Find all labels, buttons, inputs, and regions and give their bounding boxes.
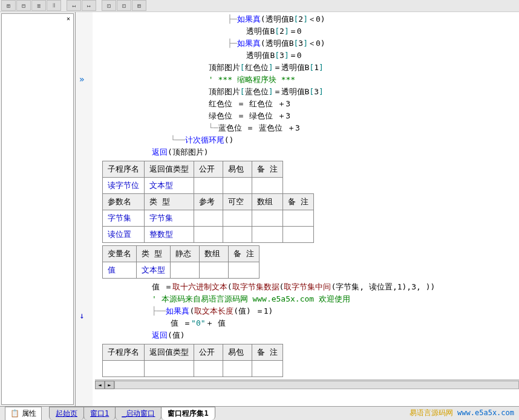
code-line[interactable]: ├──如果真 (取文本长度 (值) ＝ 1) bbox=[95, 305, 519, 317]
code-line[interactable]: ' 本源码来自易语言源码网 www.e5a5x.com 欢迎使用 bbox=[95, 293, 519, 305]
table-header: 公开 bbox=[194, 344, 223, 361]
table-header: 返回值类型 bbox=[145, 344, 194, 361]
tab-2[interactable]: _启动窗口 bbox=[115, 407, 162, 420]
code-line[interactable]: 红色位 ＝ 红色位 ＋ 3 bbox=[95, 98, 519, 110]
table-cell[interactable] bbox=[252, 210, 283, 227]
code-line[interactable]: 顶部图片 [红色位] ＝ 透明值B [1] bbox=[95, 62, 519, 74]
toolbar-btn-1[interactable]: ⊟ bbox=[16, 0, 31, 11]
table-header: 备 注 bbox=[252, 344, 283, 361]
toolbar-btn-2[interactable]: ≣ bbox=[31, 0, 46, 11]
table-cell[interactable]: 值 bbox=[103, 262, 137, 279]
bookmark-icon[interactable]: » bbox=[79, 74, 84, 84]
code-line[interactable]: 绿色位 ＝ 绿色位 ＋ 3 bbox=[95, 110, 519, 122]
table-cell[interactable] bbox=[200, 262, 229, 279]
properties-label: 属性 bbox=[22, 409, 36, 419]
tab-0[interactable]: 起始页 bbox=[49, 407, 84, 420]
code-line[interactable]: ├─如果真 (透明值B [2] ＜ 0) bbox=[95, 13, 519, 25]
toolbar-btn-3[interactable]: ⫴ bbox=[47, 0, 61, 11]
code-line[interactable]: 透明值B [3] ＝ 0 bbox=[95, 50, 519, 62]
properties-icon: 📋 bbox=[10, 409, 19, 418]
table-cell[interactable] bbox=[194, 227, 223, 243]
table-cell[interactable] bbox=[223, 227, 252, 243]
table-header: 备 注 bbox=[229, 246, 260, 262]
table-cell[interactable] bbox=[252, 361, 283, 377]
gutter: » ↓ bbox=[76, 12, 93, 406]
table-cell[interactable]: 读位置 bbox=[103, 227, 145, 243]
table-cell[interactable] bbox=[145, 361, 194, 377]
code-line[interactable]: ' *** 缩略程序块 *** bbox=[95, 74, 519, 86]
table-cell[interactable]: 文本型 bbox=[145, 178, 194, 194]
table-cell[interactable]: 字节集 bbox=[103, 210, 145, 227]
subroutine-def-table-2[interactable]: 子程序名返回值类型公开易包备 注 bbox=[102, 344, 283, 377]
table-cell[interactable] bbox=[194, 361, 223, 377]
table-cell[interactable] bbox=[282, 210, 313, 227]
table-header: 类 型 bbox=[145, 194, 194, 210]
arrow-down-icon[interactable]: ↓ bbox=[79, 311, 84, 320]
toolbar-btn-0[interactable]: ⊞ bbox=[1, 0, 16, 11]
table-header: 备 注 bbox=[282, 194, 313, 210]
code-line[interactable]: └──计次循环尾 () bbox=[95, 134, 519, 146]
footer-cn: 易语言源码网 bbox=[410, 409, 453, 417]
close-icon[interactable]: ✕ bbox=[65, 15, 72, 22]
table-cell[interactable]: 整数型 bbox=[145, 227, 194, 243]
toolbar-btn-7[interactable]: ⊡ bbox=[117, 0, 131, 11]
table-header: 易包 bbox=[223, 161, 252, 178]
variable-def-table[interactable]: 变量名类 型静态数组备 注值文本型 bbox=[102, 245, 260, 279]
table-header: 返回值类型 bbox=[145, 161, 194, 178]
table-header: 类 型 bbox=[137, 246, 171, 262]
bottom-bar: 📋 属性 起始页窗口1_启动窗口窗口程序集1 易语言源码网 www.e5a5x.… bbox=[0, 406, 519, 420]
table-cell[interactable] bbox=[282, 227, 313, 243]
toolbar-btn-8[interactable]: ⊞ bbox=[132, 0, 146, 11]
subroutine-def-table[interactable]: 子程序名返回值类型公开易包备 注读字节位文本型参数名类 型参考可空数组备 注字节… bbox=[102, 161, 314, 243]
code-line[interactable]: 值 ＝ "0" ＋ 值 bbox=[95, 317, 519, 329]
code-line[interactable]: 返回 (顶部图片) bbox=[95, 146, 519, 158]
toolbar-btn-6[interactable]: ⊡ bbox=[102, 0, 116, 11]
code-line[interactable]: 返回 (值) bbox=[95, 329, 519, 341]
code-line[interactable]: 值 ＝ 取十六进制文本 (取字节集数据 (取字节集中间 (字节集, 读位置, 1… bbox=[95, 281, 519, 293]
table-header: 参数名 bbox=[103, 194, 145, 210]
left-panel: ✕ bbox=[1, 13, 74, 405]
table-cell[interactable] bbox=[223, 210, 252, 227]
table-cell[interactable] bbox=[229, 262, 260, 279]
table-header: 数组 bbox=[252, 194, 283, 210]
code-line[interactable]: 透明值B [2] ＝ 0 bbox=[95, 25, 519, 37]
table-cell[interactable] bbox=[171, 262, 200, 279]
horizontal-scrollbar[interactable]: ◄ ► bbox=[95, 380, 519, 389]
table-cell[interactable] bbox=[103, 361, 145, 377]
table-header: 公开 bbox=[194, 161, 223, 178]
table-cell[interactable] bbox=[223, 178, 252, 194]
table-header: 子程序名 bbox=[103, 344, 145, 361]
table-header: 备 注 bbox=[252, 161, 283, 178]
table-cell[interactable]: 文本型 bbox=[137, 262, 171, 279]
table-header: 数组 bbox=[200, 246, 229, 262]
toolbar-btn-5[interactable]: ↦ bbox=[82, 0, 96, 11]
table-cell[interactable] bbox=[252, 227, 283, 243]
scroll-right-icon[interactable]: ► bbox=[105, 381, 114, 389]
table-cell[interactable] bbox=[223, 361, 252, 377]
table-cell[interactable]: 字节集 bbox=[145, 210, 194, 227]
table-header: 易包 bbox=[223, 344, 252, 361]
code-line[interactable]: └─蓝色位 ＝ 蓝色位 ＋ 3 bbox=[95, 122, 519, 134]
tab-bar: 起始页窗口1_启动窗口窗口程序集1 bbox=[49, 407, 215, 420]
toolbar-btn-4[interactable]: ↤ bbox=[67, 0, 81, 11]
table-cell[interactable]: 读字节位 bbox=[103, 178, 145, 194]
footer-url: www.e5a5x.com bbox=[457, 409, 514, 417]
table-cell[interactable] bbox=[252, 178, 283, 194]
tab-1[interactable]: 窗口1 bbox=[83, 407, 116, 420]
table-cell[interactable] bbox=[194, 178, 223, 194]
table-cell[interactable] bbox=[194, 210, 223, 227]
table-header: 参考 bbox=[194, 194, 223, 210]
tab-3[interactable]: 窗口程序集1 bbox=[161, 407, 215, 420]
properties-button[interactable]: 📋 属性 bbox=[5, 407, 42, 421]
code-editor[interactable]: » ↓ ├─如果真 (透明值B [2] ＜ 0) 透明值B [2] ＝ 0 ├─… bbox=[75, 12, 519, 406]
code-line[interactable]: ├─如果真 (透明值B [3] ＜ 0) bbox=[95, 37, 519, 50]
table-header: 子程序名 bbox=[103, 161, 145, 178]
footer-link[interactable]: 易语言源码网 www.e5a5x.com bbox=[410, 408, 514, 418]
table-header: 静态 bbox=[171, 246, 200, 262]
scroll-left-icon[interactable]: ◄ bbox=[95, 381, 105, 389]
toolbar: ⊞ ⊟ ≣ ⫴ ↤ ↦ ⊡ ⊡ ⊞ bbox=[0, 0, 519, 12]
table-header: 可空 bbox=[223, 194, 252, 210]
code-line[interactable]: 顶部图片 [蓝色位] ＝ 透明值B [3] bbox=[95, 86, 519, 98]
table-header: 变量名 bbox=[103, 246, 137, 262]
